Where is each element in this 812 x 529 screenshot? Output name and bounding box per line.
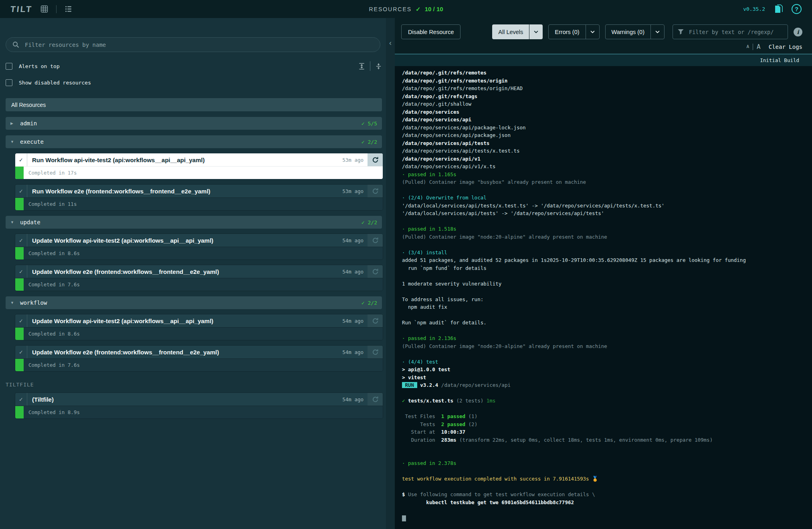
log-line: /data/repo/services [402, 108, 812, 116]
log-filter-input[interactable] [688, 28, 783, 36]
resource-item[interactable]: ✓ Update Workflow e2e (frontend:workflow… [15, 346, 383, 371]
log-line: To address all issues, run: [402, 296, 812, 304]
resource-item[interactable]: ✓ Update Workflow api-vite-test2 (api:wo… [15, 314, 383, 340]
chevron-down-icon[interactable]: ▼ [10, 301, 15, 305]
log-line: /data/repo/.git/refs/remotes [402, 69, 812, 77]
log-line [402, 405, 812, 413]
resource-item[interactable]: ✓ Update Workflow e2e (frontend:workflow… [15, 265, 383, 291]
resource-time: 54m ago [342, 349, 368, 355]
expand-all-groups-icon[interactable] [358, 63, 365, 70]
resource-title: Update Workflow e2e (frontend:workflows_… [27, 349, 342, 356]
chevron-down-icon[interactable] [586, 25, 599, 39]
resource-time: 54m ago [342, 237, 368, 243]
trigger-update-button[interactable] [368, 185, 383, 197]
resource-item-selected[interactable]: ✓ Run Workflow api-vite-test2 (api:workf… [15, 153, 383, 179]
disable-resource-button[interactable]: Disable Resource [401, 24, 461, 39]
trigger-update-button[interactable] [368, 314, 383, 327]
log-line: Test Files 1 passed (1) [402, 412, 812, 420]
resource-title: Run Workflow e2e (frontend:workflows__fr… [27, 188, 342, 195]
version-label: v0.35.2 [743, 6, 765, 12]
log-line: · (3/4) install [402, 249, 812, 257]
log-line: /data/repo/services/api/package.json [402, 131, 812, 139]
log-line [402, 514, 812, 522]
log-line [402, 311, 812, 319]
log-line: · passed in 1.165s [402, 171, 812, 179]
log-line: RUN v3.2.4 /data/repo/services/api [402, 381, 812, 389]
log-line [402, 186, 812, 194]
filter-info-icon[interactable]: i [794, 28, 802, 36]
log-body[interactable]: /data/repo/.git/refs/remotes/data/repo/.… [395, 66, 812, 529]
chevron-down-icon[interactable] [650, 25, 664, 39]
resource-filter-input[interactable] [24, 41, 374, 48]
group-update[interactable]: ▼ update ✓ 2/2 [6, 216, 382, 229]
log-line: /data/repo/services/api/v1 [402, 155, 812, 163]
grid-view-icon[interactable] [40, 5, 48, 13]
resource-item[interactable]: ✓ Run Workflow e2e (frontend:workflows__… [15, 185, 383, 210]
list-view-icon[interactable] [65, 5, 72, 13]
status-color-bar [15, 406, 24, 418]
docs-icon[interactable] [774, 4, 783, 14]
log-level-filter[interactable]: All Levels [492, 24, 543, 39]
trigger-update-button[interactable] [368, 234, 383, 247]
chevron-right-icon[interactable]: ▶ [10, 121, 15, 125]
log-line: /data/repo/services/api [402, 116, 812, 124]
log-line [402, 350, 812, 358]
group-admin[interactable]: ▶ admin ✓ 5/5 [6, 117, 382, 130]
resource-item[interactable]: ✓ Update Workflow api-vite-test2 (api:wo… [15, 234, 383, 259]
collapse-all-groups-icon[interactable] [375, 63, 382, 70]
log-line: · (2/4) Overwrite from local [402, 194, 812, 202]
resource-ok-check-icon: ✓ [15, 234, 27, 247]
resource-status: Completed in 8.6s [24, 250, 80, 256]
clear-logs-button[interactable]: Clear Logs [769, 44, 802, 50]
tiltfile-item[interactable]: ✓ (Tiltfile) 54m ago Completed in 8.9s [15, 393, 383, 418]
resource-ok-check-icon: ✓ [15, 153, 27, 166]
resource-time: 54m ago [342, 269, 368, 275]
group-execute[interactable]: ▼ execute ✓ 2/2 [6, 135, 382, 148]
log-line: (Pulled) Container image "node:20-alpine… [402, 342, 812, 350]
resource-status: Completed in 7.6s [24, 362, 80, 368]
all-resources-button[interactable]: All Resources [6, 98, 382, 111]
status-color-bar [15, 359, 24, 371]
resource-status: Completed in 7.6s [24, 282, 80, 288]
show-disabled-label: Show disabled resources [19, 80, 91, 86]
chevron-down-icon[interactable]: ▼ [10, 220, 15, 224]
trigger-update-button[interactable] [368, 393, 383, 406]
resource-status: Completed in 8.9s [24, 409, 80, 415]
help-icon[interactable]: ? [792, 4, 802, 14]
tilt-logo: TILT [10, 4, 33, 14]
header: TILT RESOURCES ✓ 10 / 10 v0.35.2 ? [0, 0, 812, 18]
log-line: /data/repo/.git/refs/remotes/origin [402, 77, 812, 85]
group-workflow[interactable]: ▼ workflow ✓ 2/2 [6, 296, 382, 309]
sidebar-collapse-icon[interactable]: ‹ [389, 39, 392, 47]
chevron-down-icon[interactable]: ▼ [10, 140, 15, 144]
log-line: '/data/local/services/api/tests/x.test.t… [402, 202, 812, 210]
log-line: kubectl testkube get twe 6901e5bd54611bb… [402, 499, 812, 507]
log-line: /data/repo/.git/shallow [402, 100, 812, 108]
font-size-increase-button[interactable]: A [757, 43, 761, 50]
trigger-update-button[interactable] [368, 153, 383, 166]
chevron-down-icon[interactable] [529, 24, 543, 39]
log-line [402, 389, 812, 397]
trigger-update-button[interactable] [368, 346, 383, 358]
sidebar-resize-gutter[interactable]: ‹ [386, 18, 395, 529]
status-color-bar [15, 198, 24, 210]
warnings-filter[interactable]: Warnings (0) [605, 24, 665, 39]
log-line: 1 moderate severity vulnerability [402, 280, 812, 288]
log-line: Tests 2 passed (2) [402, 420, 812, 428]
font-size-decrease-button[interactable]: A [746, 44, 749, 49]
status-color-bar [15, 247, 24, 259]
resource-filter-box [6, 37, 380, 52]
resource-status: Completed in 11s [24, 201, 77, 207]
log-section-header: Initial Build [395, 54, 812, 66]
log-line: run `npm fund` for details [402, 264, 812, 272]
errors-filter[interactable]: Errors (0) [548, 24, 599, 39]
sort-icons-divider [370, 61, 370, 71]
log-line: > vitest [402, 374, 812, 382]
log-line: $ Use following command to get test work… [402, 491, 812, 499]
show-disabled-checkbox[interactable] [6, 79, 12, 86]
alerts-on-top-checkbox[interactable] [6, 63, 12, 70]
status-color-bar [15, 167, 24, 179]
log-line [402, 327, 812, 335]
funnel-icon [678, 29, 684, 35]
trigger-update-button[interactable] [368, 265, 383, 278]
